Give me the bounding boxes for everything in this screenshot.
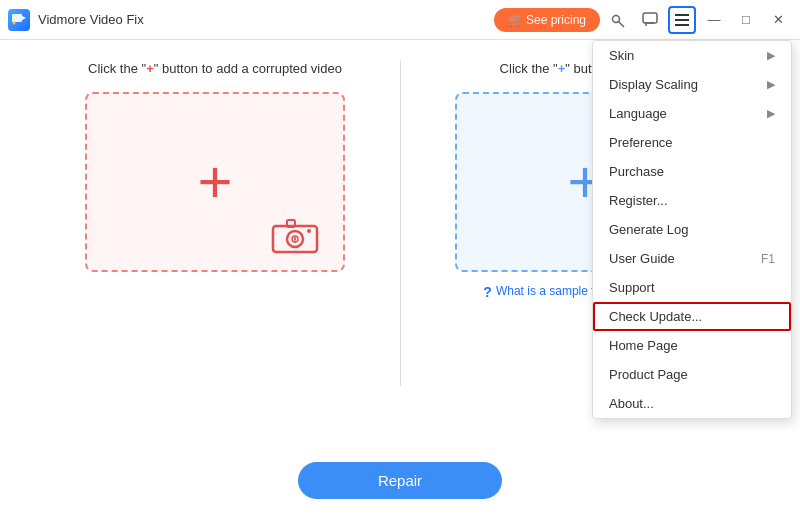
app-logo	[8, 9, 30, 31]
menu-item-label: Preference	[609, 135, 673, 150]
camera-icon: !	[271, 218, 319, 254]
menu-item-label: Language	[609, 106, 667, 121]
see-pricing-button[interactable]: 🛒 See pricing	[494, 8, 600, 32]
title-right: 🛒 See pricing — □ ✕	[494, 6, 792, 34]
menu-item-language[interactable]: Language▶	[593, 99, 791, 128]
title-left: Vidmore Video Fix	[8, 9, 144, 31]
menu-button[interactable]	[668, 6, 696, 34]
svg-point-14	[307, 229, 311, 233]
question-icon: ?	[483, 284, 492, 300]
menu-item-label: Product Page	[609, 367, 688, 382]
menu-item-label: Support	[609, 280, 655, 295]
left-panel: Click the "+" button to add a corrupted …	[30, 60, 400, 446]
menu-item-label: Generate Log	[609, 222, 689, 237]
menu-item-product-page[interactable]: Product Page	[593, 360, 791, 389]
menu-item-label: Register...	[609, 193, 668, 208]
left-panel-title: Click the "+" button to add a corrupted …	[88, 60, 342, 78]
menu-shortcut: F1	[761, 252, 775, 266]
window-close-button[interactable]: ✕	[764, 6, 792, 34]
repair-button-row: Repair	[30, 446, 770, 507]
repair-button[interactable]: Repair	[298, 462, 502, 499]
menu-item-user-guide[interactable]: User GuideF1	[593, 244, 791, 273]
menu-item-display-scaling[interactable]: Display Scaling▶	[593, 70, 791, 99]
left-plus-char: +	[146, 61, 154, 76]
menu-item-label: User Guide	[609, 251, 675, 266]
right-plus-char: +	[558, 61, 566, 76]
chat-icon-button[interactable]	[636, 6, 664, 34]
submenu-arrow-icon: ▶	[767, 107, 775, 120]
menu-item-purchase[interactable]: Purchase	[593, 157, 791, 186]
menu-item-preference[interactable]: Preference	[593, 128, 791, 157]
svg-point-3	[613, 15, 620, 22]
menu-item-label: About...	[609, 396, 654, 411]
menu-item-label: Home Page	[609, 338, 678, 353]
window-minimize-button[interactable]: —	[700, 6, 728, 34]
window-maximize-button[interactable]: □	[732, 6, 760, 34]
left-plus-icon: +	[197, 152, 232, 212]
menu-item-label: Skin	[609, 48, 634, 63]
menu-item-skin[interactable]: Skin▶	[593, 41, 791, 70]
menu-item-label: Check Update...	[609, 309, 702, 324]
menu-item-support[interactable]: Support	[593, 273, 791, 302]
svg-line-4	[619, 21, 625, 27]
svg-text:!: !	[294, 235, 297, 245]
app-title: Vidmore Video Fix	[38, 12, 144, 27]
key-icon-button[interactable]	[604, 6, 632, 34]
dropdown-menu: Skin▶Display Scaling▶Language▶Preference…	[592, 40, 792, 419]
menu-item-generate-log[interactable]: Generate Log	[593, 215, 791, 244]
submenu-arrow-icon: ▶	[767, 49, 775, 62]
menu-item-about---[interactable]: About...	[593, 389, 791, 418]
submenu-arrow-icon: ▶	[767, 78, 775, 91]
left-drop-zone[interactable]: + !	[85, 92, 345, 272]
menu-item-label: Purchase	[609, 164, 664, 179]
menu-item-register---[interactable]: Register...	[593, 186, 791, 215]
svg-marker-1	[22, 16, 26, 20]
menu-item-home-page[interactable]: Home Page	[593, 331, 791, 360]
svg-rect-0	[12, 14, 22, 22]
menu-item-label: Display Scaling	[609, 77, 698, 92]
panel-divider	[400, 60, 401, 386]
svg-rect-5	[643, 13, 657, 23]
title-bar: Vidmore Video Fix 🛒 See pricing — □ ✕	[0, 0, 800, 40]
svg-point-2	[13, 21, 16, 24]
menu-item-check-update---[interactable]: Check Update...	[593, 302, 791, 331]
